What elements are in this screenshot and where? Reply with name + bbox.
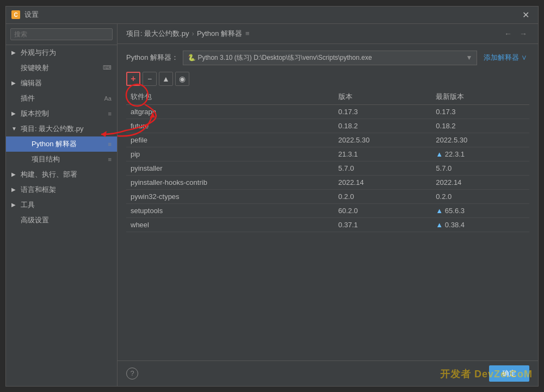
table-row[interactable]: pyinstaller-hooks-contrib2022.142022.14 (126, 175, 529, 189)
sidebar-label-project-structure: 项目结构 (32, 154, 60, 164)
sidebar-item-lang[interactable]: ▶ 语言和框架 (6, 182, 117, 197)
right-panel: 项目: 最大公约数.py › Python 解释器 ≡ ← → Python 解… (118, 24, 538, 386)
sidebar-item-project[interactable]: ▼ 项目: 最大公约数.py (6, 121, 117, 136)
pkg-latest: 0.17.3 (431, 104, 529, 119)
sidebar-item-python-interpreter[interactable]: Python 解释器 ≡ (6, 136, 117, 152)
pkg-version: 2022.5.30 (334, 133, 432, 147)
keymap-icon: ⌨ (103, 64, 112, 71)
titlebar: C 设置 ✕ (6, 7, 538, 24)
table-row[interactable]: future0.18.20.18.2 (126, 119, 529, 133)
vcs-icon: ≡ (108, 110, 112, 117)
pkg-name: pefile (126, 133, 334, 147)
package-tbody: altgraph0.17.30.17.3future0.18.20.18.2pe… (126, 104, 529, 232)
breadcrumb-bar: 项目: 最大公约数.py › Python 解释器 ≡ ← → (118, 24, 538, 44)
sidebar-label-python-interpreter: Python 解释器 (32, 139, 77, 149)
pkg-name: altgraph (126, 104, 334, 119)
sidebar-item-build[interactable]: ▶ 构建、执行、部署 (6, 167, 117, 182)
sidebar-label-lang: 语言和框架 (21, 185, 56, 195)
sidebar-item-keymap[interactable]: 按键映射 ⌨ (6, 60, 117, 76)
sidebar-item-project-structure[interactable]: 项目结构 ≡ (6, 152, 117, 167)
main-content: ▶ 外观与行为 按键映射 ⌨ ▶ 编辑器 插件 Aa ▶ 版本控制 ≡ (6, 24, 538, 386)
bottom-bar: ? 确定 (118, 360, 538, 386)
sidebar-label-keymap: 按键映射 (21, 63, 49, 73)
remove-package-button[interactable]: − (143, 72, 157, 86)
sidebar-label-vcs: 版本控制 (21, 109, 49, 119)
pkg-name: wheel (126, 217, 334, 232)
pkg-version: 0.2.0 (334, 189, 432, 203)
breadcrumb-nav: ← → (502, 28, 529, 39)
table-row[interactable]: pefile2022.5.302022.5.30 (126, 133, 529, 147)
expand-arrow-tools: ▶ (11, 202, 18, 208)
sidebar-label-project: 项目: 最大公约数.py (21, 124, 84, 134)
sidebar-label-build: 构建、执行、部署 (21, 170, 77, 179)
pkg-latest: ▲ 65.6.3 (431, 203, 529, 217)
confirm-button[interactable]: 确定 (489, 365, 529, 382)
plugins-icon: Aa (104, 95, 112, 102)
pkg-version: 0.18.2 (334, 119, 432, 133)
breadcrumb-sep: › (192, 29, 194, 38)
pkg-version: 60.2.0 (334, 203, 432, 217)
interpreter-select-container[interactable]: 🐍 Python 3.10 (练习) D:\Desktop\练习\venv\Sc… (183, 51, 477, 65)
dropdown-arrow: ▼ (466, 54, 472, 61)
interpreter-label: Python 解释器： (126, 53, 178, 63)
add-interpreter-button[interactable]: 添加解释器 ∨ (481, 51, 529, 65)
pkg-latest: 2022.5.30 (431, 133, 529, 147)
table-row[interactable]: wheel0.37.1▲ 0.38.4 (126, 217, 529, 232)
sidebar-label-appearance: 外观与行为 (21, 48, 56, 58)
sidebar-item-tools[interactable]: ▶ 工具 (6, 197, 117, 213)
package-table: 软件包 版本 最新版本 altgraph0.17.30.17.3future0.… (126, 89, 529, 232)
pkg-latest: ▲ 0.38.4 (431, 217, 529, 232)
nav-back-button[interactable]: ← (502, 28, 514, 39)
help-button[interactable]: ? (126, 368, 138, 379)
pkg-latest: 2022.14 (431, 175, 529, 189)
table-row[interactable]: pyinstaller5.7.05.7.0 (126, 161, 529, 175)
table-row[interactable]: pip21.3.1▲ 22.3.1 (126, 147, 529, 161)
breadcrumb-section: Python 解释器 (197, 29, 242, 39)
table-row[interactable]: pywin32-ctypes0.2.00.2.0 (126, 189, 529, 203)
pkg-version: 21.3.1 (334, 147, 432, 161)
interpreter-icon: ≡ (108, 141, 112, 147)
sidebar-label-plugins: 插件 (21, 94, 35, 103)
breadcrumb-icon: ≡ (245, 29, 250, 38)
table-row[interactable]: altgraph0.17.30.17.3 (126, 104, 529, 119)
pkg-version: 2022.14 (334, 175, 432, 189)
interpreter-value: 🐍 Python 3.10 (练习) D:\Desktop\练习\venv\Sc… (188, 53, 463, 63)
add-package-button[interactable]: + (126, 72, 140, 86)
pkg-name: pyinstaller (126, 161, 334, 175)
sidebar-label-advanced: 高级设置 (21, 215, 49, 225)
app-icon: C (11, 10, 20, 19)
sidebar-label-tools: 工具 (21, 200, 35, 210)
upgrade-package-button[interactable]: ▲ (159, 72, 173, 86)
pkg-latest: 0.2.0 (431, 189, 529, 203)
expand-arrow-lang: ▶ (11, 186, 18, 192)
pkg-name: pyinstaller-hooks-contrib (126, 175, 334, 189)
pkg-latest: 0.18.2 (431, 119, 529, 133)
sidebar-item-appearance[interactable]: ▶ 外观与行为 (6, 45, 117, 60)
pkg-name: pip (126, 147, 334, 161)
eye-button[interactable]: ◉ (175, 72, 189, 86)
sidebar-item-plugins[interactable]: 插件 Aa (6, 91, 117, 106)
sidebar-item-advanced[interactable]: 高级设置 (6, 213, 117, 228)
structure-icon: ≡ (108, 156, 112, 163)
settings-dialog: C 设置 ✕ ▶ 外观与行为 按键映射 ⌨ ▶ 编辑器 (5, 6, 539, 387)
search-input[interactable] (10, 28, 113, 40)
interpreter-row: Python 解释器： 🐍 Python 3.10 (练习) D:\Deskto… (126, 51, 529, 65)
nav-forward-button[interactable]: → (517, 28, 529, 39)
pkg-version: 0.37.1 (334, 217, 432, 232)
panel-content: Python 解释器： 🐍 Python 3.10 (练习) D:\Deskto… (118, 44, 538, 360)
sidebar-item-editor[interactable]: ▶ 编辑器 (6, 76, 117, 91)
dialog-title: 设置 (24, 10, 519, 20)
sidebar: ▶ 外观与行为 按键映射 ⌨ ▶ 编辑器 插件 Aa ▶ 版本控制 ≡ (6, 24, 118, 386)
table-row[interactable]: setuptools60.2.0▲ 65.6.3 (126, 203, 529, 217)
pkg-latest: 5.7.0 (431, 161, 529, 175)
pkg-name: setuptools (126, 203, 334, 217)
close-button[interactable]: ✕ (519, 9, 533, 21)
sidebar-item-vcs[interactable]: ▶ 版本控制 ≡ (6, 106, 117, 121)
pkg-name: pywin32-ctypes (126, 189, 334, 203)
expand-arrow-vcs: ▶ (11, 110, 18, 116)
pkg-name: future (126, 119, 334, 133)
sidebar-label-editor: 编辑器 (21, 78, 42, 88)
search-bar (6, 24, 117, 45)
breadcrumb-project: 项目: 最大公约数.py (126, 29, 189, 39)
expand-arrow-editor: ▶ (11, 80, 18, 86)
